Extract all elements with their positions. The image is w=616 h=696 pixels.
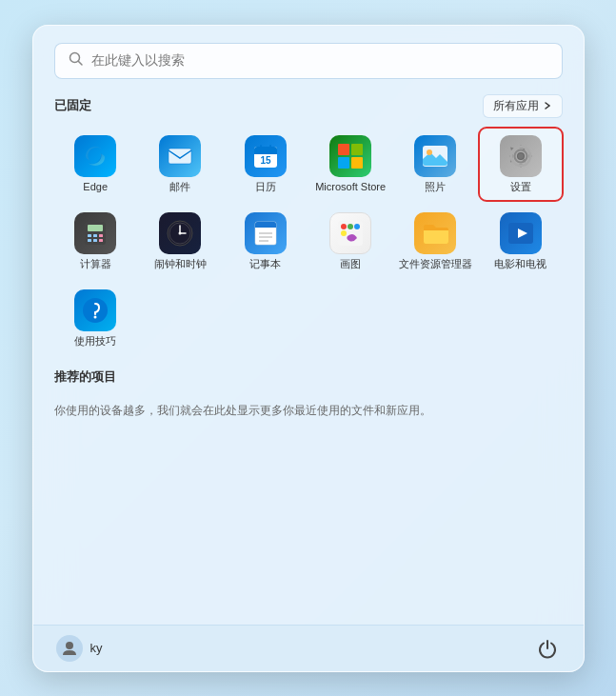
settings-label: 设置	[510, 181, 531, 193]
svg-rect-6	[254, 151, 277, 154]
calendar-label: 日历	[255, 181, 276, 193]
app-mail[interactable]: 邮件	[139, 128, 222, 201]
movies-label: 电影和电视	[494, 258, 546, 270]
svg-point-46	[83, 298, 108, 323]
app-paint[interactable]: 画图	[309, 205, 392, 278]
svg-rect-11	[351, 144, 363, 155]
clock-icon	[159, 212, 201, 254]
recommended-section: 推荐的项目 你使用的设备越多，我们就会在此处显示更多你最近使用的文件和新应用。	[54, 368, 563, 419]
calculator-icon	[74, 212, 116, 254]
user-section[interactable]: ky	[56, 635, 103, 662]
svg-point-47	[94, 315, 97, 318]
svg-line-1	[78, 61, 82, 65]
search-bar-container: 在此键入以搜索	[33, 26, 584, 89]
store-label: Microsoft Store	[315, 181, 386, 193]
settings-icon	[500, 135, 542, 177]
app-explorer[interactable]: 文件资源管理器	[394, 205, 477, 278]
svg-rect-35	[255, 226, 276, 228]
svg-rect-23	[93, 234, 97, 237]
pinned-section-header: 已固定 所有应用	[54, 94, 563, 118]
svg-rect-24	[99, 234, 103, 237]
svg-point-32	[179, 231, 182, 234]
svg-point-41	[348, 224, 353, 229]
power-icon	[537, 638, 558, 659]
app-store[interactable]: Microsoft Store	[309, 128, 392, 201]
svg-rect-12	[338, 157, 349, 169]
store-icon	[329, 135, 371, 177]
paint-label: 画图	[340, 258, 361, 270]
app-settings[interactable]: 设置	[479, 128, 562, 201]
svg-rect-13	[351, 157, 363, 169]
photos-icon	[414, 135, 456, 177]
recommended-title: 推荐的项目	[54, 368, 116, 386]
app-clock[interactable]: 闹钟和时钟	[139, 205, 222, 278]
notes-icon	[245, 212, 287, 254]
edge-icon	[74, 135, 116, 177]
user-avatar-icon	[56, 635, 83, 662]
main-content: 已固定 所有应用	[33, 89, 584, 625]
recommended-header: 推荐的项目	[54, 368, 563, 393]
svg-point-48	[66, 642, 73, 649]
photos-label: 照片	[425, 181, 446, 193]
search-bar[interactable]: 在此键入以搜索	[54, 43, 563, 79]
app-movies[interactable]: 电影和电视	[479, 205, 562, 278]
mail-icon	[159, 135, 201, 177]
apps-grid: Edge 邮件	[54, 128, 563, 356]
svg-rect-26	[93, 239, 97, 242]
calendar-icon: 15	[245, 135, 287, 177]
mail-label: 邮件	[169, 181, 190, 193]
svg-rect-2	[169, 149, 191, 164]
app-edge[interactable]: Edge	[54, 128, 137, 201]
calculator-label: 计算器	[80, 258, 111, 270]
svg-point-15	[427, 149, 432, 155]
edge-label: Edge	[83, 181, 108, 193]
svg-rect-10	[338, 144, 349, 155]
app-tips[interactable]: 使用技巧	[54, 282, 137, 355]
explorer-label: 文件资源管理器	[399, 258, 472, 270]
svg-rect-8	[260, 145, 262, 149]
svg-rect-22	[88, 234, 91, 237]
svg-point-19	[518, 153, 524, 159]
user-name-label: ky	[90, 641, 103, 655]
tips-label: 使用技巧	[74, 335, 116, 348]
search-icon	[69, 51, 84, 70]
svg-point-42	[354, 224, 360, 229]
recommended-desc: 你使用的设备越多，我们就会在此处显示更多你最近使用的文件和新应用。	[54, 403, 563, 419]
svg-point-43	[341, 230, 347, 236]
app-calculator[interactable]: 计算器	[54, 205, 137, 278]
power-button[interactable]	[534, 635, 561, 662]
taskbar: ky	[33, 625, 584, 671]
chevron-right-icon	[543, 101, 552, 110]
svg-point-40	[341, 224, 347, 229]
clock-label: 闹钟和时钟	[154, 258, 207, 270]
movies-icon	[500, 212, 542, 254]
all-apps-button[interactable]: 所有应用	[483, 94, 563, 118]
tips-icon	[74, 289, 116, 331]
app-notes[interactable]: 记事本	[224, 205, 307, 278]
app-photos[interactable]: 照片	[394, 128, 477, 201]
app-calendar[interactable]: 15 日历	[224, 128, 307, 201]
svg-text:15: 15	[260, 155, 271, 166]
search-placeholder-text: 在此键入以搜索	[91, 52, 185, 70]
svg-rect-27	[99, 239, 103, 242]
notes-label: 记事本	[249, 258, 281, 270]
svg-rect-25	[88, 239, 91, 242]
paint-icon	[329, 212, 371, 254]
pinned-title: 已固定	[54, 97, 91, 114]
start-menu: 在此键入以搜索 已固定 所有应用	[32, 25, 585, 672]
svg-rect-21	[88, 225, 103, 231]
explorer-icon	[414, 212, 456, 254]
svg-rect-9	[269, 145, 271, 149]
